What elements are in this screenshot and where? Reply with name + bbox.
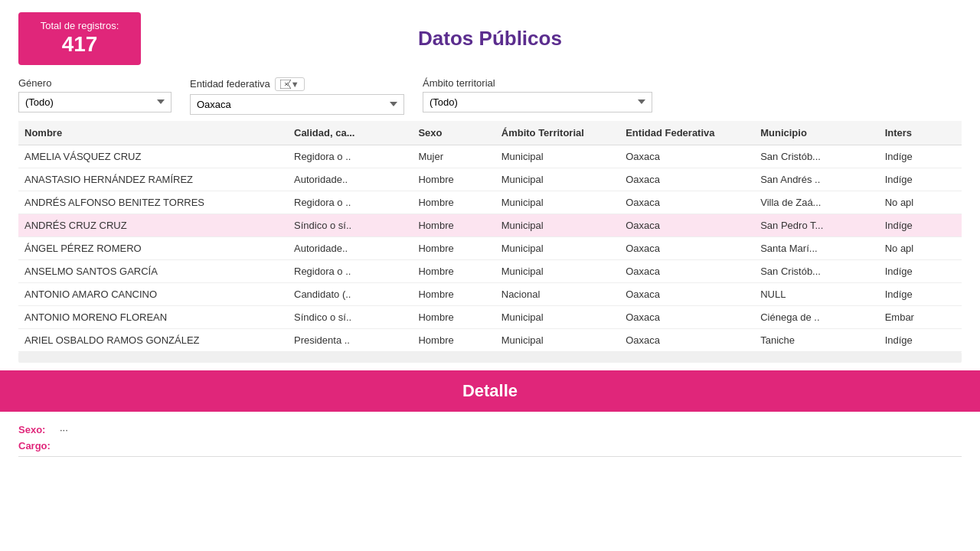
detail-title: Detalle <box>462 381 518 400</box>
cell-municipio: San Andrés .. <box>754 168 878 191</box>
cell-municipio: Santa Marí... <box>754 236 878 259</box>
cell-calidad: Regidora o .. <box>288 259 412 282</box>
cell-ambito: Municipal <box>495 191 619 214</box>
cell-nombre: ANSELMO SANTOS GARCÍA <box>18 259 288 282</box>
cell-calidad: Regidora o .. <box>288 191 412 214</box>
detail-divider <box>18 456 962 457</box>
cell-sexo: Hombre <box>412 214 495 236</box>
cell-entidad: Oaxaca <box>619 168 754 191</box>
cell-inters: Embar <box>879 305 962 328</box>
cell-municipio: NULL <box>754 282 878 305</box>
cell-nombre: ÁNGEL PÉREZ ROMERO <box>18 236 288 259</box>
table-row[interactable]: ANTONIO AMARO CANCINOCandidato (..Hombre… <box>18 282 962 305</box>
total-label: Total de registros: <box>34 20 126 31</box>
cell-entidad: Oaxaca <box>619 236 754 259</box>
detail-cargo-row: Cargo: <box>18 440 962 452</box>
table-row[interactable]: ANASTASIO HERNÁNDEZ RAMÍREZAutoridade..H… <box>18 168 962 191</box>
table-row[interactable]: ÁNGEL PÉREZ ROMEROAutoridade..HombreMuni… <box>18 236 962 259</box>
filters-row: Género (Todo) Hombre Mujer Entidad feder… <box>0 71 980 121</box>
filter-clear-icon[interactable]: ▼ <box>275 77 305 91</box>
cargo-field-label: Cargo: <box>18 440 57 452</box>
cell-sexo: Hombre <box>412 168 495 191</box>
cell-municipio: Ciénega de .. <box>754 305 878 328</box>
data-table: Nombre Calidad, ca... Sexo Ámbito Territ… <box>18 121 962 352</box>
col-header-calidad: Calidad, ca... <box>288 121 412 145</box>
cell-inters: Indíge <box>879 145 962 168</box>
cell-municipio: San Cristób... <box>754 259 878 282</box>
cell-sexo: Hombre <box>412 236 495 259</box>
filter-genero: Género (Todo) Hombre Mujer <box>18 77 172 112</box>
cell-nombre: ANTONIO MORENO FLOREAN <box>18 305 288 328</box>
col-header-entidad: Entidad Federativa <box>619 121 754 145</box>
col-header-inters: Inters <box>879 121 962 145</box>
table-row[interactable]: ARIEL OSBALDO RAMOS GONZÁLEZPresidenta .… <box>18 328 962 351</box>
cell-ambito: Municipal <box>495 168 619 191</box>
cell-nombre: ANTONIO AMARO CANCINO <box>18 282 288 305</box>
cell-ambito: Municipal <box>495 328 619 351</box>
entidad-select[interactable]: Oaxaca Ciudad de México Jalisco Nuevo Le… <box>190 94 404 115</box>
data-table-container: Nombre Calidad, ca... Sexo Ámbito Territ… <box>0 121 980 352</box>
cell-nombre: ANDRÉS CRUZ CRUZ <box>18 214 288 236</box>
svg-marker-0 <box>280 80 291 89</box>
cell-municipio: San Cristób... <box>754 145 878 168</box>
cell-entidad: Oaxaca <box>619 145 754 168</box>
table-row[interactable]: AMELIA VÁSQUEZ CRUZRegidora o ..MujerMun… <box>18 145 962 168</box>
cell-inters: Indíge <box>879 259 962 282</box>
col-header-sexo: Sexo <box>412 121 495 145</box>
cell-nombre: AMELIA VÁSQUEZ CRUZ <box>18 145 288 168</box>
total-registros-box: Total de registros: 417 <box>18 12 141 65</box>
cell-sexo: Mujer <box>412 145 495 168</box>
sexo-field-value: ··· <box>60 424 68 435</box>
cell-sexo: Hombre <box>412 328 495 351</box>
cell-inters: Indíge <box>879 328 962 351</box>
cell-ambito: Municipal <box>495 259 619 282</box>
cell-entidad: Oaxaca <box>619 328 754 351</box>
cell-ambito: Municipal <box>495 305 619 328</box>
table-row[interactable]: ANDRÉS CRUZ CRUZSíndico o sí..HombreMuni… <box>18 214 962 236</box>
cell-inters: No apl <box>879 191 962 214</box>
cell-calidad: Síndico o sí.. <box>288 305 412 328</box>
genero-label: Género <box>18 77 172 89</box>
cell-entidad: Oaxaca <box>619 305 754 328</box>
cell-inters: Indíge <box>879 282 962 305</box>
table-row[interactable]: ANSELMO SANTOS GARCÍARegidora o ..Hombre… <box>18 259 962 282</box>
col-header-nombre: Nombre <box>18 121 288 145</box>
cell-calidad: Síndico o sí.. <box>288 214 412 236</box>
cell-ambito: Municipal <box>495 145 619 168</box>
cell-calidad: Presidenta .. <box>288 328 412 351</box>
cell-calidad: Autoridade.. <box>288 168 412 191</box>
sexo-field-label: Sexo: <box>18 424 57 435</box>
cell-municipio: San Pedro T... <box>754 214 878 236</box>
ambito-select[interactable]: (Todo) Municipal Nacional <box>423 92 652 112</box>
cell-sexo: Hombre <box>412 259 495 282</box>
detail-section: Sexo: ··· Cargo: <box>0 412 980 472</box>
total-count: 417 <box>34 31 126 57</box>
filter-entidad: Entidad federativa ▼ Oaxaca Ciudad de Mé… <box>190 77 404 115</box>
filter-ambito: Ámbito territorial (Todo) Municipal Naci… <box>423 77 652 112</box>
cell-ambito: Nacional <box>495 282 619 305</box>
table-row[interactable]: ANTONIO MORENO FLOREANSíndico o sí..Homb… <box>18 305 962 328</box>
cell-entidad: Oaxaca <box>619 282 754 305</box>
cell-sexo: Hombre <box>412 282 495 305</box>
cell-nombre: ARIEL OSBALDO RAMOS GONZÁLEZ <box>18 328 288 351</box>
cell-inters: Indíge <box>879 168 962 191</box>
cell-entidad: Oaxaca <box>619 259 754 282</box>
horizontal-scrollbar[interactable] <box>18 352 962 363</box>
col-header-municipio: Municipio <box>754 121 878 145</box>
table-header-row: Nombre Calidad, ca... Sexo Ámbito Territ… <box>18 121 962 145</box>
cell-calidad: Candidato (.. <box>288 282 412 305</box>
cell-entidad: Oaxaca <box>619 214 754 236</box>
page-title: Datos Públicos <box>141 27 962 51</box>
entidad-label: Entidad federativa <box>190 78 270 90</box>
cell-entidad: Oaxaca <box>619 191 754 214</box>
cell-nombre: ANDRÉS ALFONSO BENITEZ TORRES <box>18 191 288 214</box>
cell-municipio: Villa de Zaá... <box>754 191 878 214</box>
cell-sexo: Hombre <box>412 191 495 214</box>
cell-ambito: Municipal <box>495 236 619 259</box>
genero-select[interactable]: (Todo) Hombre Mujer <box>18 92 172 112</box>
cell-ambito: Municipal <box>495 214 619 236</box>
table-row[interactable]: ANDRÉS ALFONSO BENITEZ TORRESRegidora o … <box>18 191 962 214</box>
cell-inters: Indíge <box>879 214 962 236</box>
detail-sexo-row: Sexo: ··· <box>18 424 962 435</box>
col-header-ambito: Ámbito Territorial <box>495 121 619 145</box>
